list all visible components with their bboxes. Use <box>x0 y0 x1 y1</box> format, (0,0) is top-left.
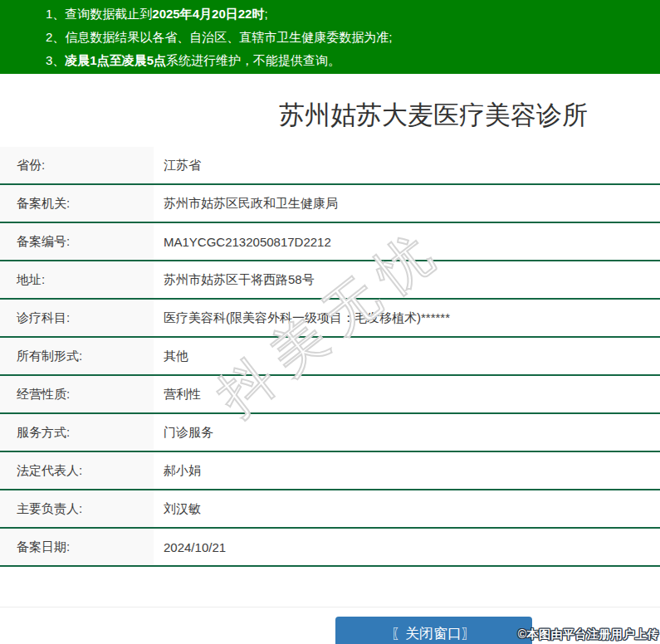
row-label: 主要负责人: <box>0 490 154 527</box>
row-value: 医疗美容科(限美容外科一级项目：毛发移植术)****** <box>154 300 450 336</box>
row-value: MA1YCGC2132050817D2212 <box>154 223 331 260</box>
table-row-address: 地址: 苏州市姑苏区干将西路58号 <box>0 261 660 300</box>
table-row-ownership-form: 所有制形式: 其他 <box>0 338 660 376</box>
row-value: 刘汉敏 <box>154 490 201 527</box>
notice-item-3: 3、凌晨1点至凌晨5点系统进行维护，不能提供查询。 <box>46 49 660 72</box>
notice-text: 信息数据结果以各省、自治区、直辖市卫生健康委数据为准; <box>65 30 392 44</box>
notice-text: ; <box>264 7 267 21</box>
row-value: 2024/10/21 <box>154 529 226 565</box>
upload-credit-label: ©本图由平台注册用户上传 <box>518 627 659 642</box>
table-row-filing-authority: 备案机关: 苏州市姑苏区民政和卫生健康局 <box>0 185 660 223</box>
notice-marker: 2、 <box>46 30 65 44</box>
table-row-province: 省份: 江苏省 <box>0 147 660 185</box>
row-label: 诊疗科目: <box>0 300 154 336</box>
row-label: 备案编号: <box>0 223 154 260</box>
table-row-service-mode: 服务方式: 门诊服务 <box>0 414 660 452</box>
row-label: 所有制形式: <box>0 338 154 374</box>
row-value: 江苏省 <box>154 147 201 183</box>
row-value: 其他 <box>154 338 188 374</box>
row-label: 服务方式: <box>0 414 154 451</box>
notice-marker: 1、 <box>46 7 65 21</box>
table-row-filing-date: 备案日期: 2024/10/21 <box>0 529 660 567</box>
row-label: 地址: <box>0 261 154 298</box>
notice-text-bold: 2025年4月20日22时 <box>152 7 264 21</box>
row-label: 备案日期: <box>0 529 154 565</box>
notice-text-bold: 凌晨1点至凌晨5点 <box>65 53 166 67</box>
close-window-button[interactable]: 〖关闭窗口〗 <box>335 617 532 644</box>
content-container: 1、查询数据截止到2025年4月20日22时; 2、信息数据结果以各省、自治区、… <box>0 0 660 644</box>
notice-item-2: 2、信息数据结果以各省、自治区、直辖市卫生健康委数据为准; <box>46 26 660 49</box>
row-value: 门诊服务 <box>154 414 213 451</box>
row-value: 苏州市姑苏区民政和卫生健康局 <box>154 185 338 222</box>
table-row-main-person-in-charge: 主要负责人: 刘汉敏 <box>0 490 660 529</box>
row-label: 法定代表人: <box>0 452 154 489</box>
row-value: 郝小娟 <box>154 452 201 489</box>
row-value: 营利性 <box>154 376 201 412</box>
page-title: 苏州姑苏大麦医疗美容诊所 <box>0 99 660 132</box>
row-value: 苏州市姑苏区干将西路58号 <box>154 261 315 298</box>
row-label: 备案机关: <box>0 185 154 222</box>
table-row-medical-subjects: 诊疗科目: 医疗美容科(限美容外科一级项目：毛发移植术)****** <box>0 300 660 338</box>
notice-marker: 3、 <box>46 53 65 67</box>
table-row-business-nature: 经营性质: 营利性 <box>0 376 660 414</box>
notice-text: 查询数据截止到 <box>65 7 152 21</box>
record-table: 省份: 江苏省 备案机关: 苏州市姑苏区民政和卫生健康局 备案编号: MA1YC… <box>0 147 660 567</box>
notice-item-1: 1、查询数据截止到2025年4月20日22时; <box>46 2 660 26</box>
row-label: 省份: <box>0 147 154 183</box>
table-row-filing-number: 备案编号: MA1YCGC2132050817D2212 <box>0 223 660 261</box>
table-row-legal-representative: 法定代表人: 郝小娟 <box>0 452 660 490</box>
notice-text: 系统进行维护，不能提供查询。 <box>166 53 340 67</box>
page-viewport: 1、查询数据截止到2025年4月20日22时; 2、信息数据结果以各省、自治区、… <box>0 0 660 644</box>
notice-bar: 1、查询数据截止到2025年4月20日22时; 2、信息数据结果以各省、自治区、… <box>0 0 660 74</box>
row-label: 经营性质: <box>0 376 154 412</box>
